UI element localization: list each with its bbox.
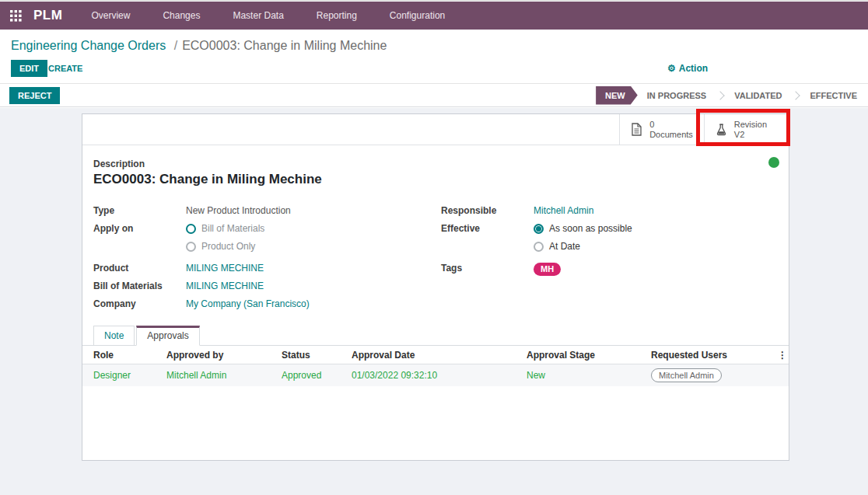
top-navbar: PLM Overview Changes Master Data Reporti… bbox=[0, 2, 868, 30]
field-apply-on-option2: Product Only bbox=[93, 241, 441, 252]
documents-label: Documents bbox=[649, 130, 693, 140]
responsible-value-link[interactable]: Mitchell Admin bbox=[534, 205, 593, 216]
breadcrumb-separator: / bbox=[174, 39, 177, 52]
col-approval-stage[interactable]: Approval Stage bbox=[520, 346, 645, 364]
radio-product-only-label: Product Only bbox=[201, 241, 255, 252]
apply-on-label: Apply on bbox=[93, 223, 186, 234]
cell-role: Designer bbox=[82, 364, 160, 387]
tab-note[interactable]: Note bbox=[93, 326, 135, 346]
product-label: Product bbox=[93, 263, 186, 274]
activity-status-dot[interactable] bbox=[768, 157, 779, 168]
stage-new[interactable]: NEW bbox=[596, 86, 638, 105]
gear-icon: ⚙ bbox=[667, 63, 676, 74]
field-tags: Tags MH bbox=[441, 263, 777, 276]
breadcrumb-parent-link[interactable]: Engineering Change Orders bbox=[11, 39, 166, 52]
tab-approvals[interactable]: Approvals bbox=[136, 326, 199, 346]
bom-label: Bill of Materials bbox=[93, 281, 186, 291]
cell-approval-stage: New bbox=[520, 364, 645, 387]
edit-button[interactable]: EDIT bbox=[11, 60, 47, 77]
bom-value-link[interactable]: MILING MECHINE bbox=[186, 281, 264, 291]
col-approved-by[interactable]: Approved by bbox=[160, 346, 275, 364]
field-type: Type New Product Introduction bbox=[93, 205, 441, 216]
notebook: Note Approvals Role Approved by Status A… bbox=[82, 325, 789, 386]
description-label: Description bbox=[93, 159, 777, 169]
radio-bill-of-materials-label: Bill of Materials bbox=[201, 223, 264, 234]
requested-user-pill[interactable]: Mitchell Admin bbox=[651, 368, 722, 382]
form-sheet: 0 Documents Revision V2 Description ECO0… bbox=[82, 113, 789, 461]
company-value-link[interactable]: My Company (San Francisco) bbox=[186, 298, 310, 309]
nav-item-overview[interactable]: Overview bbox=[75, 2, 146, 30]
nav-item-configuration[interactable]: Configuration bbox=[373, 2, 461, 30]
button-box: 0 Documents Revision V2 bbox=[82, 114, 789, 145]
flask-icon bbox=[716, 124, 727, 136]
col-requested-users[interactable]: Requested Users bbox=[645, 346, 772, 364]
table-header-row: Role Approved by Status Approval Date Ap… bbox=[82, 346, 789, 364]
field-apply-on: Apply on Bill of Materials bbox=[93, 223, 441, 234]
cell-status: Approved bbox=[275, 364, 345, 387]
statusbar: REJECT NEW IN PROGRESS VALIDATED EFFECTI… bbox=[0, 83, 868, 107]
breadcrumb: Engineering Change Orders /ECO0003: Chan… bbox=[11, 39, 387, 53]
chevron-right-icon bbox=[716, 91, 725, 99]
field-effective-option2: At Date bbox=[441, 241, 777, 252]
app-title[interactable]: PLM bbox=[33, 8, 62, 23]
field-responsible: Responsible Mitchell Admin bbox=[441, 205, 777, 216]
col-role[interactable]: Role bbox=[82, 346, 160, 364]
revision-button[interactable]: Revision V2 bbox=[704, 114, 789, 145]
col-status[interactable]: Status bbox=[275, 346, 345, 364]
reject-button[interactable]: REJECT bbox=[9, 87, 60, 104]
effective-label: Effective bbox=[441, 223, 534, 234]
cell-requested-users: Mitchell Admin bbox=[645, 364, 772, 387]
eco-title: ECO0003: Change in Miling Mechine bbox=[93, 172, 777, 187]
stage-pipeline: NEW IN PROGRESS VALIDATED EFFECTIVE bbox=[596, 84, 862, 106]
type-value: New Product Introduction bbox=[186, 205, 291, 216]
col-approval-date[interactable]: Approval Date bbox=[345, 346, 520, 364]
field-effective: Effective As soon as possible bbox=[441, 223, 777, 234]
documents-count: 0 bbox=[649, 120, 693, 130]
product-value-link[interactable]: MILING MECHINE bbox=[186, 263, 264, 274]
apps-grid-icon[interactable] bbox=[0, 10, 32, 22]
radio-bill-of-materials[interactable] bbox=[186, 224, 196, 234]
document-icon bbox=[631, 123, 642, 136]
radio-product-only[interactable] bbox=[186, 242, 196, 252]
responsible-label: Responsible bbox=[441, 205, 534, 216]
cell-approved-by: Mitchell Admin bbox=[160, 364, 275, 387]
plm-eco-form-page: PLM Overview Changes Master Data Reporti… bbox=[0, 0, 868, 495]
stage-in-progress[interactable]: IN PROGRESS bbox=[642, 91, 711, 100]
form-body: Description ECO0003: Change in Miling Me… bbox=[82, 145, 789, 316]
field-company: Company My Company (San Francisco) bbox=[93, 298, 441, 309]
cell-approval-date: 01/03/2022 09:32:10 bbox=[345, 364, 520, 387]
approvals-table: Role Approved by Status Approval Date Ap… bbox=[82, 346, 789, 386]
nav-item-reporting[interactable]: Reporting bbox=[300, 2, 373, 30]
action-menu-label: Action bbox=[679, 63, 708, 74]
stage-effective[interactable]: EFFECTIVE bbox=[805, 91, 862, 100]
field-product: Product MILING MECHINE bbox=[93, 263, 441, 274]
field-bom: Bill of Materials MILING MECHINE bbox=[93, 281, 441, 291]
tags-label: Tags bbox=[441, 263, 534, 274]
radio-at-date-label: At Date bbox=[549, 241, 580, 252]
tab-bar: Note Approvals bbox=[82, 325, 789, 346]
breadcrumb-current: ECO0003: Change in Miling Mechine bbox=[182, 39, 387, 52]
column-options-icon[interactable]: ⋮ bbox=[772, 346, 789, 364]
action-menu-button[interactable]: ⚙ Action bbox=[667, 63, 708, 74]
nav-item-changes[interactable]: Changes bbox=[146, 2, 216, 30]
type-label: Type bbox=[93, 205, 186, 216]
company-label: Company bbox=[93, 298, 186, 309]
chevron-right-icon bbox=[792, 91, 800, 99]
revision-label: Revision bbox=[734, 120, 767, 130]
documents-button[interactable]: 0 Documents bbox=[619, 114, 704, 145]
approval-row[interactable]: Designer Mitchell Admin Approved 01/03/2… bbox=[82, 364, 789, 387]
tag-mh[interactable]: MH bbox=[534, 263, 561, 276]
radio-at-date[interactable] bbox=[534, 242, 544, 252]
nav-item-master-data[interactable]: Master Data bbox=[216, 2, 299, 30]
revision-value: V2 bbox=[734, 130, 767, 140]
radio-as-soon-as-possible[interactable] bbox=[534, 224, 544, 234]
stage-validated[interactable]: VALIDATED bbox=[730, 91, 786, 100]
radio-as-soon-as-possible-label: As soon as possible bbox=[549, 223, 632, 234]
create-button[interactable]: CREATE bbox=[48, 64, 82, 73]
